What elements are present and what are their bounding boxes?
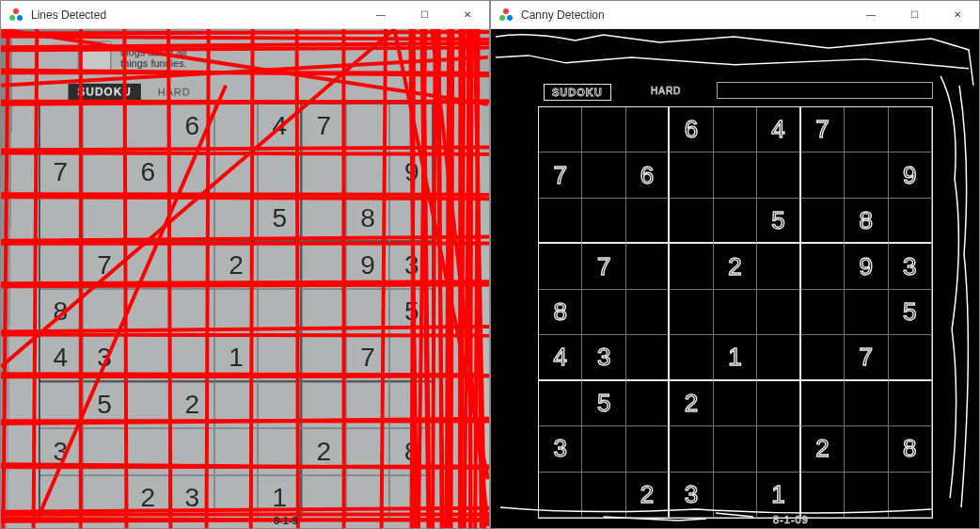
sudoku-cell — [539, 107, 582, 152]
sudoku-cell — [626, 335, 670, 380]
sudoku-cell — [83, 149, 127, 195]
maximize-button[interactable]: ☐ — [403, 1, 446, 29]
sudoku-cell — [126, 428, 170, 474]
minimize-button[interactable]: — — [359, 1, 403, 29]
sudoku-cell — [757, 381, 800, 426]
sudoku-cell — [83, 289, 127, 335]
sudoku-cell — [714, 473, 757, 518]
sudoku-cell: 3 — [539, 426, 582, 472]
minimize-button[interactable]: — — [849, 1, 893, 29]
image-view-canny: SUDOKU HARD 64776958729385431752328231 8… — [491, 29, 979, 528]
sudoku-cell: 5 — [389, 289, 434, 335]
sudoku-cell — [801, 473, 845, 518]
sudoku-cell — [302, 475, 346, 521]
sudoku-cell: 3 — [170, 475, 214, 521]
sudoku-cell — [801, 244, 845, 289]
sudoku-cell — [670, 290, 713, 335]
svg-point-1 — [9, 15, 15, 21]
sudoku-cell — [39, 103, 83, 149]
sudoku-cell — [845, 152, 888, 198]
sudoku-cell — [389, 382, 434, 428]
sudoku-cell: 8 — [389, 428, 434, 474]
sudoku-cell — [889, 199, 932, 244]
sudoku-cell — [170, 289, 214, 335]
sudoku-cell — [389, 475, 434, 521]
sudoku-cell — [801, 152, 845, 198]
sudoku-cell — [845, 107, 888, 152]
difficulty-label-edges: HARD — [651, 86, 681, 96]
sudoku-board-right: 64776958729385431752328231 — [538, 106, 933, 519]
sudoku-cell: 6 — [126, 149, 170, 195]
sudoku-cell: 7 — [302, 103, 346, 149]
sudoku-cell — [302, 382, 346, 428]
sudoku-cell — [539, 244, 582, 289]
sudoku-cell — [539, 381, 582, 426]
difficulty-label: HARD — [158, 87, 191, 98]
sudoku-cell — [258, 149, 302, 195]
caption-date: 8-1-9 — [274, 515, 298, 526]
sudoku-cell — [214, 149, 259, 195]
sudoku-cell — [714, 107, 757, 152]
titlebar-left[interactable]: Lines Detected — ☐ ✕ — [1, 1, 489, 29]
sudoku-cell: 2 — [214, 242, 259, 288]
sudoku-cell — [302, 242, 346, 288]
puzzle-title-badge: SUDOKU — [68, 84, 141, 101]
sudoku-cell — [346, 289, 390, 335]
sudoku-cell — [582, 473, 625, 518]
sudoku-cell — [582, 199, 625, 244]
close-button[interactable]: ✕ — [936, 1, 979, 29]
sudoku-cell — [258, 289, 302, 335]
sudoku-cell — [801, 335, 845, 380]
sudoku-cell: 8 — [39, 289, 83, 335]
sudoku-cell — [214, 382, 259, 428]
close-button[interactable]: ✕ — [446, 1, 489, 29]
maximize-button[interactable]: ☐ — [893, 1, 936, 29]
sudoku-cell: 9 — [845, 244, 888, 289]
sudoku-cell — [214, 428, 259, 474]
sudoku-cell — [170, 196, 214, 242]
titlebar-right[interactable]: Canny Detection — ☐ ✕ — [491, 1, 979, 29]
sudoku-cell — [670, 426, 713, 472]
sudoku-cell — [582, 426, 625, 472]
sudoku-cell: 2 — [302, 428, 346, 474]
sudoku-cell: 2 — [626, 473, 670, 518]
sudoku-cell — [714, 290, 757, 335]
sudoku-cell: 5 — [757, 199, 800, 244]
sudoku-cell — [346, 475, 390, 521]
sudoku-cell — [801, 381, 845, 426]
sudoku-cell: 6 — [170, 103, 214, 149]
blurb-line: blogs about all — [120, 47, 186, 58]
sudoku-cell — [39, 382, 83, 428]
sudoku-cell — [302, 289, 346, 335]
sudoku-cell: 7 — [539, 152, 582, 198]
sudoku-cell: 8 — [845, 199, 888, 244]
sudoku-cell: 4 — [757, 107, 800, 152]
sudoku-cell — [83, 475, 127, 521]
sudoku-cell — [801, 290, 845, 335]
sudoku-cell — [714, 381, 757, 426]
sudoku-cell — [670, 199, 713, 244]
sudoku-cell — [83, 103, 127, 149]
sudoku-cell — [389, 335, 434, 381]
sudoku-cell — [126, 196, 170, 242]
sudoku-cell: 6 — [626, 152, 670, 198]
sudoku-cell: 8 — [346, 196, 390, 242]
sudoku-cell — [889, 381, 932, 426]
sudoku-cell: 2 — [801, 426, 845, 472]
svg-point-70 — [507, 15, 513, 21]
sudoku-cell — [889, 107, 932, 152]
sudoku-cell — [126, 382, 170, 428]
sudoku-cell — [39, 475, 83, 521]
sudoku-cell: 5 — [258, 196, 302, 242]
sudoku-cell — [889, 473, 932, 518]
sudoku-cell: 1 — [757, 473, 800, 518]
sudoku-cell — [302, 196, 346, 242]
sudoku-cell — [801, 199, 845, 244]
sudoku-cell — [83, 196, 127, 242]
sudoku-cell — [845, 426, 888, 472]
instructions-box-edges — [717, 82, 933, 99]
window-lines-detected: Lines Detected — ☐ ✕ blogs about all thi… — [0, 0, 490, 529]
sudoku-cell — [126, 103, 170, 149]
sudoku-cell — [845, 290, 888, 335]
sudoku-cell: 7 — [346, 335, 390, 381]
